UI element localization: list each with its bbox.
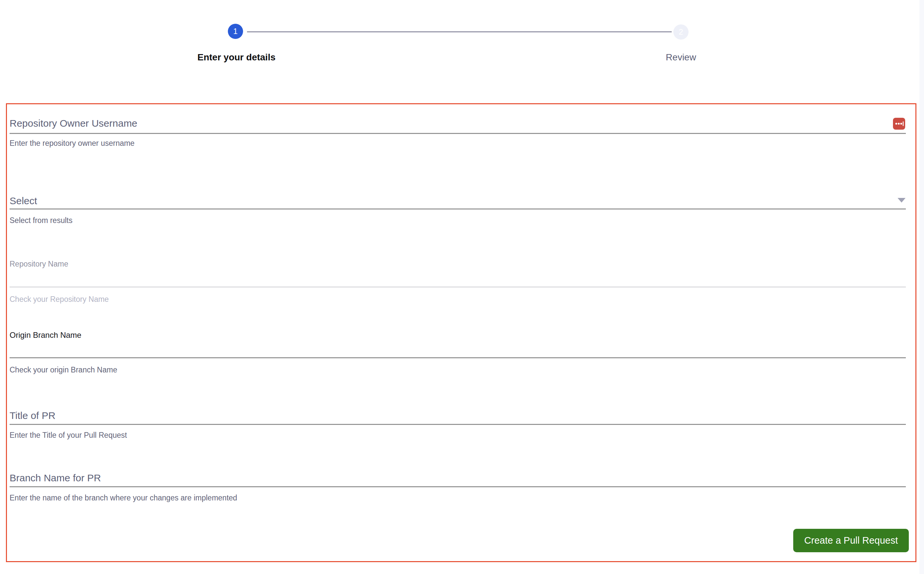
step-1-label: Enter your details <box>165 52 308 63</box>
pr-title-helper: Enter the Title of your Pull Request <box>9 430 127 440</box>
repository-owner-username-helper: Enter the repository owner username <box>9 139 134 148</box>
step-2-label: Review <box>622 52 740 63</box>
repository-name-helper: Check your Repository Name <box>9 295 109 304</box>
origin-branch-name-input[interactable] <box>9 357 906 358</box>
pull-request-form: Repository Owner Username Enter the repo… <box>6 103 916 562</box>
pr-title-input[interactable] <box>9 424 906 425</box>
repository-owner-username-label: Repository Owner Username <box>9 118 138 129</box>
repository-owner-username-input[interactable] <box>9 133 906 134</box>
repository-name-input[interactable] <box>9 287 906 287</box>
chevron-down-icon[interactable] <box>897 198 905 203</box>
step-2-indicator[interactable]: 2 <box>673 24 688 39</box>
pr-branch-name-label: Branch Name for PR <box>9 472 101 483</box>
scrollbar-track[interactable] <box>919 0 924 574</box>
select-helper: Select from results <box>9 216 72 226</box>
pr-branch-name-input[interactable] <box>9 486 906 487</box>
origin-branch-name-helper: Check your origin Branch Name <box>9 365 117 375</box>
page: 1 2 Enter your details Review Repository… <box>0 0 924 574</box>
pr-title-label: Title of PR <box>9 410 55 421</box>
select-label: Select <box>9 195 37 206</box>
step-1-indicator[interactable]: 1 <box>228 24 243 39</box>
stepper-connector <box>247 32 672 32</box>
origin-branch-name-label: Origin Branch Name <box>9 331 81 339</box>
select-input[interactable] <box>9 208 906 210</box>
create-pull-request-button[interactable]: Create a Pull Request <box>793 529 909 552</box>
repository-name-label: Repository Name <box>9 260 68 268</box>
pr-branch-name-helper: Enter the name of the branch where your … <box>9 493 237 503</box>
lastpass-icon[interactable] <box>893 118 905 130</box>
